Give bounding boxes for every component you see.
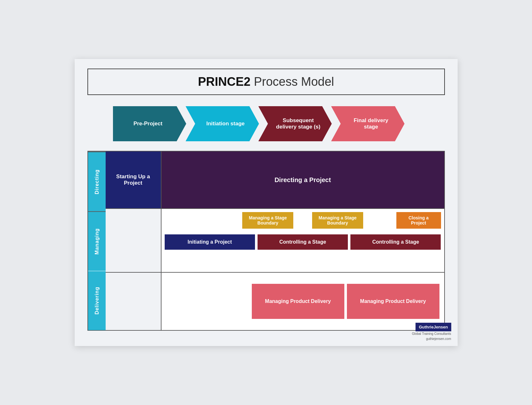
logo-sub: Global Training Consultants — [412, 332, 451, 335]
sb-col-1: Managing a Stage Boundary — [234, 212, 302, 229]
controlling-stage-box-2: Controlling a Stage — [350, 234, 441, 250]
stage-boundary-box-1: Managing a Stage Boundary — [242, 212, 293, 229]
closing-col: Closing a Project — [374, 212, 441, 229]
directing-project-box: Directing a Project — [161, 151, 444, 208]
managing-product-box-1: Managing Product Delivery — [252, 284, 344, 319]
managing-content: Managing a Stage Boundary Managing a Sta… — [161, 209, 444, 272]
logo-area: GuthrieJensen Global Training Consultant… — [412, 323, 451, 341]
managing-top-area: Managing a Stage Boundary Managing a Sta… — [161, 209, 444, 229]
label-delivering: Delivering — [88, 271, 106, 330]
main-diagram: Directing Managing Delivering Starting U… — [87, 151, 445, 331]
delivering-row: Managing Product Delivery Managing Produ… — [106, 273, 444, 330]
arrows-row: Pre-Project Initiation stage Subsequent … — [113, 106, 445, 141]
arrow-subsequent-delivery: Subsequent delivery stage (s) — [259, 106, 332, 141]
stage-boundary-box-2: Managing a Stage Boundary — [312, 212, 363, 229]
content-area: Starting Up a Project Directing a Projec… — [106, 151, 444, 330]
closing-project-box: Closing a Project — [396, 212, 441, 229]
labels-column: Directing Managing Delivering — [88, 151, 106, 330]
arrow-initiation-stage: Initiation stage — [186, 106, 259, 141]
logo-url: guthiejensen.com — [426, 337, 451, 341]
slide: PRINCE2 Process Model Pre-Project Initia… — [75, 59, 458, 346]
title-bold: PRINCE2 — [198, 75, 251, 88]
managing-left-space — [106, 209, 161, 272]
logo-box: GuthrieJensen — [416, 323, 451, 331]
label-managing: Managing — [88, 211, 106, 271]
managing-product-box-2: Managing Product Delivery — [347, 284, 439, 319]
managing-row: Managing a Stage Boundary Managing a Sta… — [106, 209, 444, 273]
starting-up-box: Starting Up a Project — [106, 151, 161, 208]
title-normal: Process Model — [251, 75, 334, 88]
directing-row: Starting Up a Project Directing a Projec… — [106, 151, 444, 209]
arrow-final-delivery: Final delivery stage — [331, 106, 405, 141]
sb-col-2: Managing a Stage Boundary — [304, 212, 371, 229]
delivering-content: Managing Product Delivery Managing Produ… — [161, 273, 444, 330]
initiating-project-box: Initiating a Project — [165, 234, 255, 250]
title-box: PRINCE2 Process Model — [87, 69, 445, 95]
delivering-left-space — [106, 273, 161, 330]
managing-bottom-row: Initiating a Project Controlling a Stage… — [161, 231, 444, 253]
controlling-stage-box-1: Controlling a Stage — [258, 234, 348, 250]
arrow-pre-project: Pre-Project — [113, 106, 186, 141]
label-directing: Directing — [88, 151, 106, 211]
